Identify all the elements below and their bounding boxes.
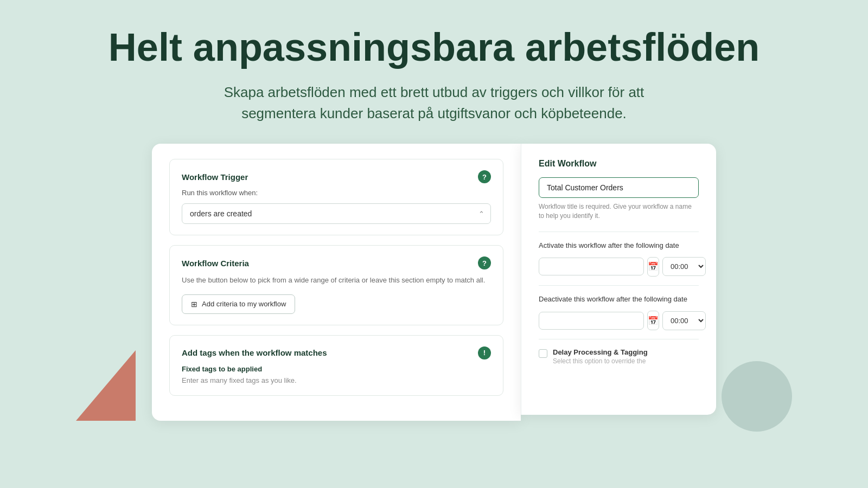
trigger-select-wrapper: orders are created orders are updated cu… bbox=[182, 203, 491, 224]
ui-container: Workflow Trigger ? Run this workflow whe… bbox=[0, 144, 868, 421]
divider-1 bbox=[539, 232, 699, 232]
criteria-help-icon[interactable]: ? bbox=[478, 256, 491, 269]
activate-calendar-button[interactable]: 📅 bbox=[647, 257, 659, 277]
trigger-label: Run this workflow when: bbox=[182, 189, 491, 197]
criteria-add-icon: ⊞ bbox=[191, 300, 197, 309]
workflow-trigger-card: Workflow Trigger ? Run this workflow whe… bbox=[169, 159, 503, 235]
criteria-card-header: Workflow Criteria ? bbox=[182, 256, 491, 269]
decorative-circle bbox=[722, 361, 792, 432]
hero-section: Helt anpassningsbara arbetsflöden Skapa … bbox=[0, 0, 868, 144]
calendar-icon: 📅 bbox=[648, 261, 659, 272]
add-criteria-button[interactable]: ⊞ Add criteria to my workflow bbox=[182, 294, 295, 314]
trigger-card-header: Workflow Trigger ? bbox=[182, 170, 491, 183]
activate-time-select[interactable]: 00:00 01:00 12:00 bbox=[662, 257, 706, 276]
tags-alert-icon[interactable]: ! bbox=[478, 346, 491, 359]
tags-card-header: Add tags when the workflow matches ! bbox=[182, 346, 491, 359]
delay-processing-row: Delay Processing & Tagging Select this o… bbox=[539, 348, 699, 365]
deactivate-label: Deactivate this workflow after the follo… bbox=[539, 294, 699, 304]
tags-card-title: Add tags when the workflow matches bbox=[182, 348, 327, 357]
trigger-help-icon[interactable]: ? bbox=[478, 170, 491, 183]
fixed-tags-placeholder-text: Enter as many fixed tags as you like. bbox=[182, 376, 491, 384]
deactivate-date-input[interactable] bbox=[539, 312, 644, 330]
fixed-tags-label: Fixed tags to be applied bbox=[182, 365, 491, 373]
decorative-triangle bbox=[76, 350, 136, 421]
activate-date-input[interactable] bbox=[539, 258, 644, 275]
hero-title: Helt anpassningsbara arbetsflöden bbox=[54, 26, 814, 69]
trigger-card-title: Workflow Trigger bbox=[182, 172, 248, 182]
activate-label: Activate this workflow after the followi… bbox=[539, 241, 699, 251]
divider-2 bbox=[539, 285, 699, 286]
deactivate-calendar-button[interactable]: 📅 bbox=[647, 311, 659, 330]
calendar-icon-2: 📅 bbox=[648, 316, 659, 326]
add-tags-card: Add tags when the workflow matches ! Fix… bbox=[169, 335, 503, 396]
deactivate-date-time-row: 📅 00:00 01:00 12:00 bbox=[539, 311, 699, 330]
delay-label: Delay Processing & Tagging bbox=[553, 348, 648, 356]
right-panel: Edit Workflow Workflow title is required… bbox=[521, 144, 716, 415]
edit-workflow-title: Edit Workflow bbox=[539, 159, 699, 169]
criteria-card-title: Workflow Criteria bbox=[182, 259, 249, 268]
left-panel: Workflow Trigger ? Run this workflow whe… bbox=[152, 144, 521, 421]
trigger-select[interactable]: orders are created orders are updated cu… bbox=[182, 203, 491, 224]
workflow-name-input[interactable] bbox=[539, 177, 699, 198]
activate-date-time-row: 📅 00:00 01:00 12:00 bbox=[539, 257, 699, 277]
delay-checkbox[interactable] bbox=[539, 349, 547, 358]
workflow-criteria-card: Workflow Criteria ? Use the button below… bbox=[169, 245, 503, 325]
delay-desc: Select this option to override the bbox=[553, 357, 648, 365]
delay-text-block: Delay Processing & Tagging Select this o… bbox=[553, 348, 648, 365]
add-criteria-label: Add criteria to my workflow bbox=[202, 300, 286, 308]
deactivate-time-select[interactable]: 00:00 01:00 12:00 bbox=[662, 311, 706, 330]
divider-3 bbox=[539, 339, 699, 339]
hero-subtitle: Skapa arbetsflöden med ett brett utbud a… bbox=[190, 82, 678, 124]
workflow-name-hint: Workflow title is required. Give your wo… bbox=[539, 202, 699, 221]
criteria-description: Use the button below to pick from a wide… bbox=[182, 275, 491, 286]
